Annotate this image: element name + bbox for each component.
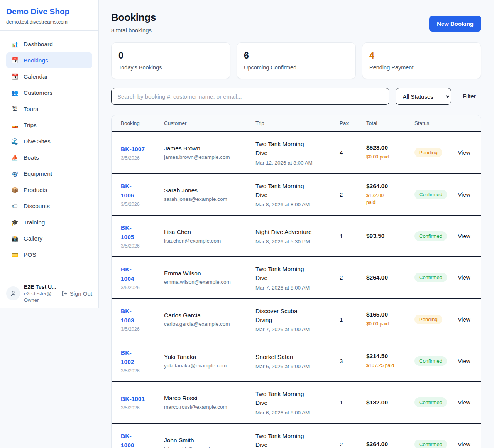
sign-out-button[interactable]: Sign Out: [61, 290, 92, 297]
total-cell: $528.00$0.00 paid: [362, 131, 410, 173]
sidebar-item-calendar[interactable]: 📆Calendar: [6, 69, 92, 84]
pax-value: 2: [340, 274, 357, 281]
avatar: [6, 286, 20, 300]
sidebar-item-trips[interactable]: 🚤Trips: [6, 117, 92, 133]
customer-cell: James Brownjames.brown@example.com: [159, 131, 251, 173]
table-header: BookingCustomerTripPaxTotalStatus: [112, 115, 481, 131]
customer-cell: John Smithjohn.smith@example.com: [159, 423, 251, 448]
booking-id-link[interactable]: BK- 1006: [121, 182, 155, 200]
total-cell: $264.00$132.00 paid: [362, 173, 410, 216]
customer-name: Carlos Garcia: [164, 312, 246, 319]
sidebar-item-label: Equipment: [24, 170, 52, 178]
booking-row: BK-10013/5/2026Marco Rossimarco.rossi@ex…: [112, 382, 481, 424]
search-input[interactable]: [111, 88, 389, 105]
status-badge: Confirmed: [414, 231, 447, 241]
pax-value: 2: [340, 441, 357, 448]
sidebar-item-label: Trips: [24, 121, 37, 129]
pax-cell: 1: [335, 298, 362, 340]
view-link[interactable]: View: [452, 274, 476, 281]
customer-name: John Smith: [164, 437, 246, 444]
filter-button[interactable]: Filter: [457, 88, 481, 105]
sidebar-item-label: Dive Sites: [24, 137, 51, 145]
total-amount: $528.00: [366, 144, 405, 151]
sidebar-item-products[interactable]: 📦Products: [6, 182, 92, 198]
booking-date: 3/5/2026: [121, 155, 155, 161]
total-amount: $264.00: [366, 441, 405, 448]
booking-id-link[interactable]: BK-1001: [121, 394, 155, 404]
booking-id-link[interactable]: BK- 1002: [121, 348, 155, 367]
trip-cell: Two Tank Morning DiveMar 6, 2026 at 8:00…: [251, 423, 335, 448]
dive-sites-icon: 🌊: [11, 137, 19, 145]
booking-id-link[interactable]: BK- 1004: [121, 265, 155, 283]
total-amount: $93.50: [366, 232, 405, 239]
trip-datetime: Mar 6, 2026 at 9:00 AM: [255, 364, 330, 369]
booking-id-link[interactable]: BK- 1003: [121, 307, 155, 325]
view-link[interactable]: View: [452, 149, 476, 156]
page-title: Bookings: [111, 12, 156, 24]
sidebar-user-footer: E2E Test U... e2e-tester@... Owner Sign …: [0, 279, 98, 308]
view-link[interactable]: View: [452, 316, 476, 323]
view-link[interactable]: View: [452, 191, 476, 198]
sidebar-item-boats[interactable]: ⛵Boats: [6, 150, 92, 165]
action-cell: View: [447, 382, 481, 424]
trip-datetime: Mar 12, 2026 at 8:00 AM: [255, 160, 330, 166]
sidebar-item-bookings[interactable]: 📅Bookings: [6, 52, 92, 68]
sidebar-item-customers[interactable]: 👥Customers: [6, 85, 92, 101]
paid-amount: $0.00 paid: [366, 320, 405, 328]
view-link[interactable]: View: [452, 358, 476, 364]
tours-icon: 🏝: [11, 105, 19, 113]
booking-id-link[interactable]: BK-1007: [121, 145, 155, 154]
paid-amount: $0.00 paid: [366, 153, 405, 161]
booking-cell: BK- 10003/5/2026: [112, 423, 159, 448]
total-amount: $264.00: [366, 274, 405, 281]
view-link[interactable]: View: [452, 233, 476, 239]
customer-email: james.brown@example.com: [164, 154, 246, 160]
total-cell: $165.00$0.00 paid: [362, 298, 410, 340]
pax-cell: 1: [335, 216, 362, 257]
status-filter-select[interactable]: All Statuses: [396, 88, 451, 105]
view-link[interactable]: View: [452, 441, 476, 448]
trip-name: Two Tank Morning Dive: [255, 431, 330, 448]
new-booking-button[interactable]: New Booking: [429, 16, 481, 32]
sidebar-item-equipment[interactable]: 🤿Equipment: [6, 166, 92, 182]
view-link[interactable]: View: [452, 399, 476, 406]
booking-id-link[interactable]: BK- 1000: [121, 431, 155, 448]
booking-date: 3/5/2026: [121, 368, 155, 374]
booking-row: BK- 10023/5/2026Yuki Tanakayuki.tanaka@e…: [112, 340, 481, 382]
sidebar-item-label: Boats: [24, 153, 39, 162]
status-cell: Confirmed: [410, 423, 447, 448]
trip-datetime: Mar 7, 2026 at 8:00 AM: [255, 285, 330, 291]
sidebar-item-pos[interactable]: 💳POS: [6, 247, 92, 263]
sidebar-item-gallery[interactable]: 📸Gallery: [6, 231, 92, 246]
customer-name: Lisa Chen: [164, 229, 246, 236]
customer-email: lisa.chen@example.com: [164, 238, 246, 244]
filter-controls: All Statuses Filter: [111, 88, 481, 105]
trip-name: Discover Scuba Diving: [255, 307, 330, 325]
bookings-icon: 📅: [11, 56, 19, 64]
status-badge: Confirmed: [414, 273, 447, 282]
sidebar-header: Demo Dive Shop demo.test.divestreams.com: [0, 0, 98, 31]
booking-id-link[interactable]: BK- 1005: [121, 223, 155, 242]
trip-name: Two Tank Morning Dive: [255, 140, 330, 158]
paid-amount: $107.25 paid: [366, 362, 405, 369]
trip-name: Night Dive Adventure: [255, 227, 330, 236]
action-cell: View: [447, 173, 481, 216]
sidebar-item-discounts[interactable]: 🏷Discounts: [6, 198, 92, 214]
column-header: Pax: [335, 115, 362, 131]
sidebar-item-label: Customers: [24, 89, 52, 97]
trip-cell: Two Tank Morning DiveMar 7, 2026 at 8:00…: [251, 257, 335, 299]
trip-name: Two Tank Morning Dive: [255, 264, 330, 283]
stat-card: 0Today's Bookings: [111, 42, 230, 79]
booking-cell: BK- 10053/5/2026: [112, 216, 159, 257]
sidebar-item-dive-sites[interactable]: 🌊Dive Sites: [6, 133, 92, 149]
column-header: Booking: [112, 115, 159, 131]
stats-row: 0Today's Bookings6Upcoming Confirmed4Pen…: [111, 42, 481, 79]
sidebar-item-training[interactable]: 🎓Training: [6, 214, 92, 230]
sidebar-item-label: Bookings: [24, 56, 48, 64]
pax-cell: 2: [335, 173, 362, 216]
dashboard-icon: 📊: [11, 40, 19, 48]
customer-email: carlos.garcia@example.com: [164, 321, 246, 327]
sidebar-item-tours[interactable]: 🏝Tours: [6, 101, 92, 117]
sidebar-nav: 📊Dashboard📅Bookings📆Calendar👥Customers🏝T…: [0, 31, 98, 279]
sidebar-item-dashboard[interactable]: 📊Dashboard: [6, 36, 92, 52]
